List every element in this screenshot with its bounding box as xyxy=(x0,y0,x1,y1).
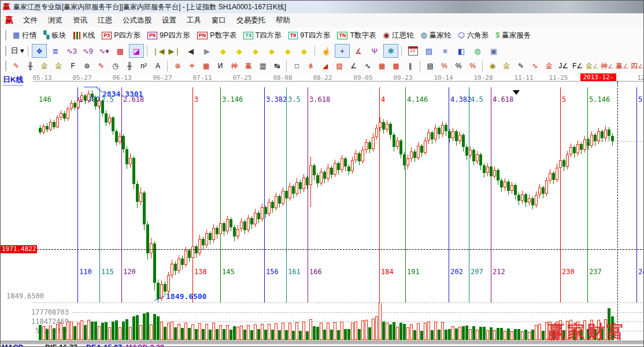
period-daily-dropdown-icon[interactable]: 日 ▾ xyxy=(10,44,25,58)
gold-underline-icon[interactable]: 金 xyxy=(543,60,556,73)
angle-line-icon[interactable]: ∠ xyxy=(347,60,360,73)
toolbar1-9p-square-button[interactable]: P99P四方形 xyxy=(144,29,194,42)
crosshair-tool-icon[interactable]: ＋ xyxy=(335,44,350,58)
span-measure-icon[interactable]: ↹ xyxy=(271,60,284,73)
menu-item-3[interactable]: 江恩 xyxy=(92,14,117,27)
menu-item-2[interactable]: 资讯 xyxy=(68,14,92,27)
toolbar1-p-number-table-button[interactable]: PNP数字表 xyxy=(194,29,240,42)
text-tool-icon[interactable]: A xyxy=(151,60,165,73)
angle-measure-tool-icon[interactable]: ∡ xyxy=(351,44,366,58)
four-angle-icon[interactable]: 四∠ xyxy=(630,60,644,73)
price-web-icon[interactable]: ▦ xyxy=(375,60,388,73)
price-grid-icon[interactable]: ╫ xyxy=(123,60,136,73)
percent-zone-icon[interactable]: % xyxy=(466,60,479,73)
toolbar1-p-square-button[interactable]: P3P四方形 xyxy=(98,29,144,42)
shen-angle-icon[interactable]: 神∠ xyxy=(600,60,614,73)
chan-tool-icon[interactable]: Ψ xyxy=(367,44,382,58)
toolbar-grip[interactable] xyxy=(2,46,6,56)
save-icon[interactable]: ◧ xyxy=(454,44,469,58)
hand-tool-icon[interactable]: ☝ xyxy=(319,44,334,58)
toolbar1-kline-button[interactable]: K线 xyxy=(69,29,98,42)
toolbar1-9t-square-button[interactable]: T99T四方形 xyxy=(285,29,334,42)
info-panel-icon[interactable]: ≣ xyxy=(48,44,63,58)
remote-pc-icon[interactable]: ▣ xyxy=(486,44,501,58)
speed-fan-icon[interactable]: ⋔ xyxy=(305,60,318,73)
gann-web-icon[interactable]: ✳ xyxy=(186,60,199,73)
spiral-tool-icon[interactable]: ⊚ xyxy=(80,60,94,73)
gann-fan-icon[interactable]: ◢ xyxy=(319,60,332,73)
toolbar1-quotes-button[interactable]: ▦行情 xyxy=(9,29,40,42)
marker-pen-icon[interactable]: ✎ xyxy=(95,60,108,73)
menu-item-4[interactable]: 公式选股 xyxy=(117,14,157,27)
percent-line-icon[interactable]: % xyxy=(438,60,451,73)
win-angle-icon[interactable]: 赢∠ xyxy=(615,60,629,73)
toolbar-grip[interactable] xyxy=(2,30,6,40)
toolbar1-winner-service-button[interactable]: $赢家服务 xyxy=(492,29,534,42)
toolbar1-gann-wheel-button[interactable]: ◉江恩轮 xyxy=(380,29,417,42)
kline-zone-icon[interactable]: ❖ xyxy=(32,44,47,58)
title-bar[interactable]: 赢 赢家江恩专业版[赢家内部服务平台][赢家内部服务平台] - [上证指数 SH… xyxy=(1,1,644,14)
toolbar1-t-square-button[interactable]: T3T四方形 xyxy=(240,29,285,42)
menu-item-7[interactable]: 窗口 xyxy=(206,14,231,27)
gold-grid-2-icon[interactable]: 金 xyxy=(52,60,65,73)
boxed-web-icon[interactable]: ▦ xyxy=(199,60,213,73)
fibonacci-grid-icon[interactable]: F xyxy=(66,60,80,73)
shen-grid-icon[interactable]: 神 xyxy=(228,60,241,73)
dense-web-icon[interactable]: ▩ xyxy=(390,60,403,73)
ruler-grid-icon[interactable]: ▥ xyxy=(256,60,269,73)
zigzag-tool-icon[interactable]: И xyxy=(214,60,227,73)
gann-diamond-left-icon[interactable]: ◆ xyxy=(216,44,231,58)
calendar-icon[interactable]: 21 xyxy=(405,44,420,58)
j-angle-icon[interactable]: J∠ xyxy=(557,60,570,73)
wave-line-icon[interactable]: ∿ xyxy=(361,60,375,73)
grid-tool-icon[interactable]: ╫ xyxy=(24,60,37,73)
gann-diamond-plus-icon[interactable]: ◆ xyxy=(280,44,295,58)
gann-diamond-down-icon[interactable]: ◆ xyxy=(232,44,247,58)
page-back-icon[interactable]: ◀ xyxy=(183,44,198,58)
menu-item-9[interactable]: 帮助 xyxy=(271,14,295,27)
menu-item-8[interactable]: 交易委托 xyxy=(231,14,271,27)
indicator-name[interactable]: MACD xyxy=(2,344,24,347)
f-angle-icon[interactable]: F∠ xyxy=(571,60,584,73)
parallel-lines-icon[interactable]: ∥ xyxy=(404,60,417,73)
win-grid-icon[interactable]: 赢 xyxy=(242,60,256,73)
circle-cross-icon[interactable]: ⊕ xyxy=(171,60,184,73)
toolbar-grip[interactable] xyxy=(2,61,6,71)
shaded-fan-icon[interactable]: ▨ xyxy=(333,60,346,73)
notes-icon[interactable]: ≡ xyxy=(438,44,453,58)
time-cycle-icon[interactable]: ◷ xyxy=(109,60,122,73)
gold-angle-icon[interactable]: 金∠ xyxy=(585,60,599,73)
chip-distribution-icon[interactable]: ▩ xyxy=(113,44,128,58)
toolbar1-sectors-button[interactable]: ▚板块 xyxy=(40,29,69,42)
box-tool-icon[interactable]: □ xyxy=(290,60,304,73)
red-wave-icon[interactable]: ∿ xyxy=(528,60,542,73)
first-page-icon[interactable]: ❘◀ xyxy=(151,44,166,58)
menu-item-5[interactable]: 设置 xyxy=(157,14,182,27)
wave-3-icon[interactable]: ∿3 xyxy=(64,44,79,58)
gann-diamond-ud-icon[interactable]: ◆ xyxy=(264,44,279,58)
percent-tool-icon[interactable]: % xyxy=(452,60,465,73)
gold-line-icon[interactable]: 金 xyxy=(500,60,513,73)
stat-table-icon[interactable]: ▤ xyxy=(424,60,437,73)
toolbar1-hexagon-button[interactable]: ⬡六角形 xyxy=(454,29,492,42)
square-numbers-icon[interactable]: n² xyxy=(137,60,150,73)
calculator-icon[interactable]: ▤ xyxy=(421,44,436,58)
toolbar1-t-number-table-button[interactable]: TNT数字表 xyxy=(334,29,379,42)
gann-diamond-lr-icon[interactable]: ◆ xyxy=(248,44,263,58)
smart-analysis-icon[interactable]: ❃ xyxy=(383,44,398,58)
wave-dropdown-icon[interactable]: ∿▾ xyxy=(97,44,112,58)
kline-chart-canvas[interactable]: 日K线 17770870311847246959236234 2.3821102… xyxy=(1,73,644,347)
menu-item-0[interactable]: 文件 xyxy=(18,14,43,27)
gold-circle-icon[interactable]: ◉ xyxy=(486,60,499,73)
wave-9-icon[interactable]: ∿9 xyxy=(80,44,95,58)
gold-grid-1-icon[interactable]: 金 xyxy=(38,60,51,73)
menu-item-6[interactable]: 工具 xyxy=(182,14,206,27)
toolbar1-winner-wheel-button[interactable]: ◍赢家轮 xyxy=(417,29,454,42)
page-forward-icon[interactable]: ▶ xyxy=(199,44,214,58)
last-page-icon[interactable]: ▶❘ xyxy=(167,44,182,58)
menu-item-1[interactable]: 浏览 xyxy=(43,14,68,27)
network-icon[interactable]: ◍ xyxy=(470,44,485,58)
gann-pen-icon[interactable]: ✎ xyxy=(10,60,23,73)
volume-profile-icon[interactable]: ◪ xyxy=(129,44,144,58)
gann-diamond-right-icon[interactable]: ◆ xyxy=(297,44,312,58)
